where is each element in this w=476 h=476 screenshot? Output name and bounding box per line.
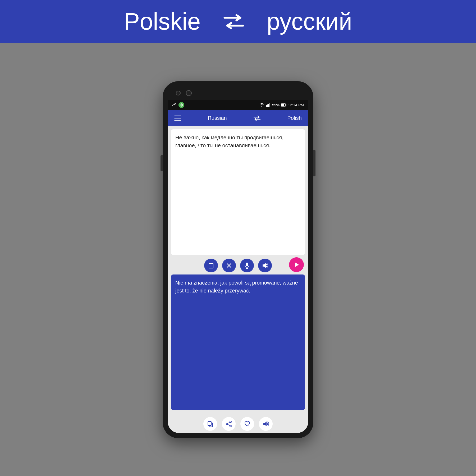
- svg-point-25: [226, 423, 228, 425]
- status-right: 59% 12:14 PM: [259, 103, 304, 107]
- speaker-grill: [176, 91, 181, 95]
- svg-marker-21: [295, 262, 299, 267]
- menu-button[interactable]: [174, 116, 181, 121]
- phone-sensors: [176, 90, 192, 96]
- translation-panel: Nie ma znaczenia, jak powoli są promowan…: [171, 274, 305, 410]
- translate-button[interactable]: [289, 257, 304, 272]
- screen-content: Не важно, как медленно ты продвигаешься,…: [168, 126, 308, 433]
- power-button: [313, 150, 315, 176]
- banner-swap-icon[interactable]: [222, 12, 246, 31]
- svg-point-1: [181, 104, 182, 106]
- notification-icon: [178, 102, 184, 108]
- status-bar: ☍ 59%: [168, 100, 308, 110]
- battery-level: 59%: [272, 103, 280, 107]
- svg-line-28: [228, 424, 230, 425]
- share-translation-button[interactable]: [222, 417, 236, 431]
- translation-text: Nie ma znaczenia, jak powoli są promowan…: [175, 279, 301, 295]
- svg-marker-29: [263, 422, 267, 426]
- battery-icon: [281, 103, 286, 107]
- mic-button[interactable]: [240, 259, 254, 272]
- header-lang-left[interactable]: Russian: [208, 115, 227, 121]
- speaker-button[interactable]: [258, 259, 272, 272]
- phone-device: ☍ 59%: [163, 81, 313, 438]
- svg-rect-5: [269, 103, 270, 107]
- source-action-buttons: [168, 255, 308, 274]
- svg-rect-2: [266, 105, 267, 107]
- volume-button: [161, 155, 163, 171]
- main-content: ☍ 59%: [0, 43, 476, 476]
- usb-icon: ☍: [172, 102, 176, 107]
- svg-rect-8: [286, 104, 286, 106]
- svg-line-27: [228, 422, 230, 423]
- svg-point-26: [230, 425, 231, 427]
- phone-top-area: [168, 86, 308, 100]
- wifi-icon: [259, 103, 264, 107]
- svg-rect-10: [209, 263, 213, 268]
- header-lang-right[interactable]: Polish: [287, 115, 301, 121]
- status-left: ☍: [172, 102, 184, 108]
- svg-rect-4: [268, 104, 269, 107]
- favorite-button[interactable]: [240, 417, 254, 431]
- svg-point-24: [230, 421, 231, 423]
- status-time: 12:14 PM: [288, 103, 304, 107]
- svg-marker-20: [263, 263, 266, 268]
- clipboard-button[interactable]: [204, 259, 218, 272]
- svg-rect-3: [267, 104, 268, 107]
- source-text-panel[interactable]: Не важно, как медленно ты продвигаешься,…: [171, 129, 305, 255]
- top-banner: Polskie русский: [0, 0, 476, 43]
- source-text: Не важно, как медленно ты продвигаешься,…: [175, 134, 301, 149]
- banner-lang-right: русский: [267, 8, 352, 35]
- copy-translation-button[interactable]: [203, 417, 217, 431]
- translation-action-buttons: [168, 413, 308, 433]
- front-camera: [186, 90, 192, 96]
- speak-translation-button[interactable]: [259, 417, 273, 431]
- clear-button[interactable]: [222, 259, 236, 272]
- app-header: Russian Polish: [168, 110, 308, 126]
- svg-rect-7: [281, 104, 284, 106]
- svg-rect-11: [210, 263, 212, 264]
- svg-rect-17: [246, 263, 248, 266]
- banner-lang-left: Polskie: [124, 8, 200, 35]
- swap-languages-button[interactable]: [253, 115, 261, 121]
- signal-icon: [266, 103, 271, 107]
- svg-rect-23: [208, 422, 211, 425]
